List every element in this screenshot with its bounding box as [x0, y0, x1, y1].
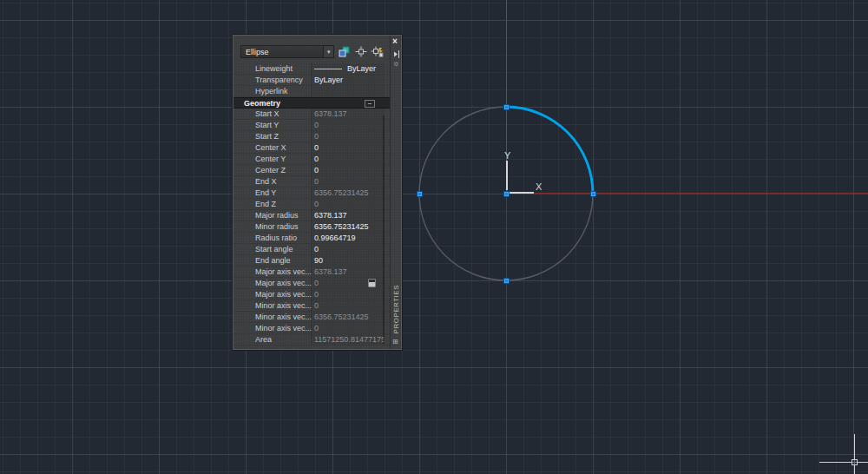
property-value: 6356.75231425	[311, 188, 385, 198]
selected-elliptical-arc[interactable]	[506, 107, 593, 194]
property-row[interactable]: Major axis vec...6378.137	[233, 267, 390, 278]
palette-title-bar[interactable]: × ☼ PROPERTIES ⊞	[391, 36, 401, 349]
grip-bottom[interactable]	[503, 278, 510, 284]
property-row[interactable]: Start angle0	[233, 244, 390, 255]
property-label: Center Y	[255, 155, 286, 163]
property-row[interactable]: Center X0	[233, 142, 390, 154]
property-row[interactable]: End Z0	[233, 199, 390, 210]
scrollbar[interactable]	[383, 115, 385, 344]
property-row[interactable]: Major radius6378.137	[233, 210, 390, 221]
property-label: End Z	[255, 200, 276, 208]
property-label: Major axis vec...	[255, 290, 312, 299]
property-row[interactable]: Radius ratio0.99664719	[233, 233, 390, 244]
property-row[interactable]: Minor axis vec...6356.75231425	[233, 312, 390, 323]
crosshair-vertical	[854, 434, 855, 474]
property-label: Hyperlink	[255, 87, 288, 95]
property-row[interactable]: Start X6378.137	[233, 109, 390, 120]
property-value: 0	[311, 199, 385, 209]
property-row[interactable]: Minor axis vec...0	[233, 323, 390, 334]
pickadd-toggle-icon[interactable]	[337, 46, 351, 58]
grip-top[interactable]	[503, 104, 510, 110]
settings-icon[interactable]: ☼	[392, 60, 399, 68]
property-value[interactable]: 0	[311, 142, 385, 153]
grip-left[interactable]	[417, 191, 423, 197]
property-value[interactable]: 0	[311, 244, 385, 254]
property-label: End angle	[255, 256, 291, 265]
property-row[interactable]: End Y6356.75231425	[233, 188, 390, 199]
property-value[interactable]: 90	[311, 255, 385, 266]
property-label: Start Y	[255, 121, 279, 129]
ellipse-geometry	[0, 0, 868, 474]
property-value[interactable]: 0.99664719	[311, 233, 385, 243]
autocad-viewport: Y X Ellipse ▾	[0, 0, 868, 474]
section-label: Geometry	[244, 99, 280, 108]
properties-palette: Ellipse ▾ LineweightByLayerTransparencyB…	[233, 35, 402, 350]
property-label: Radius ratio	[255, 234, 297, 242]
property-value[interactable]	[311, 86, 385, 96]
property-row[interactable]: TransparencyByLayer	[233, 75, 390, 86]
general-rows: LineweightByLayerTransparencyByLayerHype…	[233, 63, 390, 97]
property-label: Start X	[255, 109, 279, 118]
object-type-dropdown[interactable]: Ellipse ▾	[240, 45, 334, 58]
property-value: 0	[311, 300, 385, 311]
property-row[interactable]: Start Y0	[233, 120, 390, 131]
property-row[interactable]: End X0	[233, 176, 390, 188]
property-label: Center Z	[255, 166, 286, 174]
property-row[interactable]: Major axis vec...0	[233, 289, 390, 300]
geometry-rows: Start X6378.137Start Y0Start Z0Center X0…	[233, 109, 390, 346]
property-row[interactable]: Center Z0	[233, 165, 390, 176]
palette-body: Ellipse ▾ LineweightByLayerTransparencyB…	[233, 36, 391, 349]
property-value: 0	[311, 131, 385, 142]
property-value[interactable]: 6378.137	[311, 210, 385, 221]
quickcalc-icon[interactable]	[368, 279, 376, 287]
section-header-geometry[interactable]: Geometry −	[233, 97, 390, 109]
grip-center[interactable]	[503, 191, 510, 197]
property-value[interactable]: ByLayer	[311, 63, 385, 74]
property-row[interactable]: Area11571250.81477175	[233, 334, 390, 346]
property-value: 0	[311, 176, 385, 187]
close-icon[interactable]: ×	[392, 37, 398, 46]
quick-select-icon[interactable]	[371, 46, 385, 58]
property-label: End Y	[255, 188, 276, 197]
property-row[interactable]: Center Y0	[233, 154, 390, 165]
chevron-down-icon[interactable]: ▾	[323, 46, 333, 57]
property-row[interactable]: Start Z0	[233, 131, 390, 142]
property-row[interactable]: Minor axis vec...0	[233, 300, 390, 312]
property-value[interactable]: ByLayer	[311, 75, 385, 85]
property-value[interactable]: 6356.75231425	[311, 221, 385, 232]
property-value: 6378.137	[311, 109, 385, 119]
property-value[interactable]: 0	[311, 165, 385, 175]
property-label: Start angle	[255, 245, 293, 253]
property-value: 0	[311, 323, 385, 333]
ucs-y-label: Y	[504, 151, 510, 161]
property-row[interactable]: LineweightByLayer	[233, 63, 390, 75]
property-value[interactable]: 0	[311, 154, 385, 164]
property-row[interactable]: Hyperlink	[233, 86, 390, 97]
ucs-x-label: X	[536, 182, 542, 192]
property-label: Minor axis vec...	[255, 324, 312, 332]
crosshair-horizontal	[819, 462, 868, 463]
property-value: 11571250.81477175	[311, 334, 385, 345]
grip-right[interactable]	[590, 191, 596, 197]
property-label: Start Z	[255, 132, 279, 141]
property-row[interactable]: Minor radius6356.75231425	[233, 221, 390, 233]
property-label: End X	[255, 177, 277, 186]
lineweight-swatch	[314, 69, 342, 69]
property-label: Major axis vec...	[255, 267, 312, 276]
ucs-y-line	[506, 161, 508, 190]
property-value: 6378.137	[311, 267, 385, 277]
property-value: 0	[311, 289, 385, 300]
palette-title: PROPERTIES	[392, 285, 400, 333]
property-label: Area	[255, 335, 272, 344]
property-label: Lineweight	[255, 64, 293, 73]
ucs-x-line	[510, 192, 534, 194]
property-row[interactable]: End angle90	[233, 255, 390, 267]
property-label: Major axis vec...	[255, 279, 312, 287]
collapse-icon[interactable]: −	[365, 100, 375, 108]
property-label: Transparency	[255, 76, 303, 84]
property-row[interactable]: Major axis vec...0	[233, 278, 390, 289]
property-label: Minor axis vec...	[255, 313, 312, 321]
property-label: Minor axis vec...	[255, 301, 312, 310]
select-objects-icon[interactable]	[354, 46, 368, 58]
property-label: Center X	[255, 143, 286, 152]
